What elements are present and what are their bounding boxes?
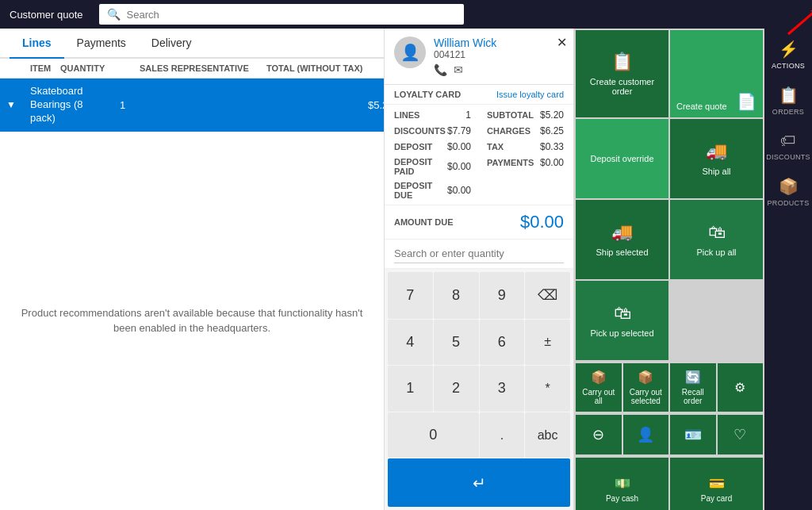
icon-tile-1[interactable]: ⊖ bbox=[576, 415, 622, 454]
right-panel: 📋 Create customer order Create quote 📄 D… bbox=[574, 29, 764, 510]
sidebar-item-actions[interactable]: ⚡ ACTIONS bbox=[764, 32, 812, 78]
tile-pay-cash[interactable]: 💵 Pay cash bbox=[576, 458, 668, 510]
numpad-4[interactable]: 4 bbox=[388, 320, 433, 366]
pay-tiles-row: 💵 Pay cash 💳 Pay card bbox=[574, 456, 764, 510]
pay-card-label: Pay card bbox=[701, 494, 732, 503]
summary-discounts: DISCOUNTS $7.79 bbox=[394, 124, 471, 138]
table-row[interactable]: ▼ Skateboard Bearings (8 pack) 1 $5.20 bbox=[0, 79, 384, 132]
numpad-9[interactable]: 9 bbox=[480, 272, 525, 319]
tile-create-quote[interactable]: Create quote 📄 bbox=[670, 30, 763, 117]
top-bar: Customer quote 🔍 bbox=[0, 0, 812, 29]
summary-payments: PAYMENTS $0.00 bbox=[487, 155, 564, 170]
numpad-0[interactable]: 0 bbox=[388, 412, 479, 458]
tab-delivery[interactable]: Delivery bbox=[139, 29, 205, 59]
actions-icon: ⚡ bbox=[779, 40, 799, 59]
tile-pick-up-all[interactable]: 🛍 Pick up all bbox=[670, 200, 763, 279]
icon-tile-2-icon: 👤 bbox=[637, 426, 654, 443]
products-label: PRODUCTS bbox=[768, 199, 810, 207]
row-expand-icon[interactable]: ▼ bbox=[6, 99, 30, 110]
discounts-label: DISCOUNTS bbox=[766, 153, 810, 161]
numpad-enter[interactable]: ↵ bbox=[388, 458, 570, 507]
summary-charges: CHARGES $6.25 bbox=[487, 124, 564, 138]
tile-ship-selected[interactable]: 🚚 Ship selected bbox=[576, 200, 668, 279]
tile-ship-all[interactable]: 🚚 Ship all bbox=[670, 119, 763, 198]
summary-tax: TAX $0.33 bbox=[487, 140, 564, 154]
search-bar[interactable]: 🔍 bbox=[99, 4, 464, 25]
icon-tile-2[interactable]: 👤 bbox=[623, 415, 669, 454]
icon-tile-1-icon: ⊖ bbox=[592, 426, 604, 443]
create-quote-label: Create quote bbox=[676, 102, 727, 111]
deposit-override-label: Deposit override bbox=[590, 154, 653, 163]
orders-label: ORDERS bbox=[772, 108, 804, 116]
customer-info: 👤 William Wick 004121 📞 ✉ ✕ bbox=[385, 29, 573, 85]
numpad-6[interactable]: 6 bbox=[480, 320, 525, 366]
ship-all-icon: 🚚 bbox=[706, 141, 727, 162]
icon-tile-4[interactable]: ♡ bbox=[718, 415, 764, 454]
create-customer-order-label: Create customer order bbox=[582, 77, 662, 96]
qty-search-input[interactable] bbox=[394, 244, 564, 263]
summary-deposit: DEPOSIT $0.00 bbox=[394, 140, 471, 154]
numpad-1[interactable]: 1 bbox=[388, 366, 433, 412]
phone-icon: 📞 bbox=[434, 63, 447, 76]
tabs: Lines Payments Delivery bbox=[0, 29, 384, 59]
customer-details: William Wick 004121 📞 ✉ bbox=[434, 36, 564, 76]
tile-pick-up-selected[interactable]: 🛍 Pick up selected bbox=[576, 281, 668, 360]
customer-name[interactable]: William Wick bbox=[434, 36, 564, 49]
numpad-7[interactable]: 7 bbox=[388, 272, 433, 319]
sidebar-item-discounts[interactable]: 🏷 DISCOUNTS bbox=[764, 124, 812, 169]
amount-due-label: AMOUNT DUE bbox=[394, 217, 454, 227]
close-customer-button[interactable]: ✕ bbox=[557, 35, 567, 50]
actions-label: ACTIONS bbox=[772, 62, 805, 70]
numpad-abc[interactable]: abc bbox=[525, 412, 570, 458]
col-sales-rep: SALES REPRESENTATIVE bbox=[140, 63, 266, 73]
tile-deposit-override[interactable]: Deposit override bbox=[576, 119, 668, 198]
numpad-3[interactable]: 3 bbox=[480, 366, 525, 412]
pay-cash-label: Pay cash bbox=[606, 494, 638, 503]
numpad-2[interactable]: 2 bbox=[434, 366, 479, 412]
summary-deposit-paid: DEPOSIT PAID $0.00 bbox=[394, 155, 471, 178]
summary-right: SUBTOTAL $5.20 CHARGES $6.25 TAX $0.33 P… bbox=[487, 108, 564, 201]
avatar: 👤 bbox=[394, 36, 426, 68]
icon-sidebar: ⚡ ACTIONS 📋 ORDERS 🏷 DISCOUNTS 📦 PRODUCT… bbox=[764, 29, 812, 510]
col-total: TOTAL (WITHOUT TAX) bbox=[266, 63, 377, 73]
tile-create-customer-order[interactable]: 📋 Create customer order bbox=[576, 30, 668, 117]
tile-pay-card[interactable]: 💳 Pay card bbox=[670, 458, 763, 510]
summary-lines: LINES 1 bbox=[394, 108, 471, 122]
sidebar-item-orders[interactable]: 📋 ORDERS bbox=[764, 78, 812, 124]
col-quantity: QUANTITY bbox=[60, 63, 140, 73]
search-input[interactable] bbox=[127, 9, 456, 21]
pick-up-selected-icon: 🛍 bbox=[614, 303, 631, 324]
issue-loyalty-card-link[interactable]: Issue loyalty card bbox=[496, 90, 564, 99]
summary-section: LINES 1 DISCOUNTS $7.79 DEPOSIT $0.00 DE… bbox=[385, 105, 573, 205]
tab-lines[interactable]: Lines bbox=[10, 29, 64, 59]
tile-carry-out-selected[interactable]: 📦 Carry out selected bbox=[623, 363, 669, 412]
tile-extra-action[interactable]: ⚙ bbox=[718, 363, 764, 412]
recall-order-label: Recall order bbox=[673, 388, 713, 405]
tab-payments[interactable]: Payments bbox=[64, 29, 139, 59]
numpad-8[interactable]: 8 bbox=[434, 272, 479, 319]
numpad-dot[interactable]: . bbox=[480, 412, 525, 458]
pick-up-selected-label: Pick up selected bbox=[590, 328, 653, 338]
loyalty-row: LOYALTY CARD Issue loyalty card bbox=[385, 85, 573, 105]
numpad-5[interactable]: 5 bbox=[434, 320, 479, 366]
carry-out-all-icon: 📦 bbox=[591, 370, 607, 385]
sidebar-item-products[interactable]: 📦 PRODUCTS bbox=[764, 169, 812, 215]
numpad-asterisk[interactable]: * bbox=[525, 366, 570, 412]
tile-carry-out-all[interactable]: 📦 Carry out all bbox=[576, 363, 622, 412]
main-layout: Lines Payments Delivery ITEM QUANTITY SA… bbox=[0, 29, 812, 510]
icon-tile-3[interactable]: 🪪 bbox=[670, 415, 716, 454]
action-tiles-grid: 📋 Create customer order Create quote 📄 D… bbox=[574, 29, 764, 362]
numpad-plusminus[interactable]: ± bbox=[525, 320, 570, 366]
numpad-backspace[interactable]: ⌫ bbox=[525, 272, 570, 319]
carry-out-selected-icon: 📦 bbox=[638, 370, 653, 385]
center-panel: 👤 William Wick 004121 📞 ✉ ✕ LOYALTY CARD… bbox=[384, 29, 574, 510]
customer-id: 004121 bbox=[434, 49, 564, 60]
amount-due: AMOUNT DUE $0.00 bbox=[385, 205, 573, 240]
qty-search[interactable] bbox=[385, 240, 573, 269]
extra-action-icon: ⚙ bbox=[734, 380, 745, 395]
tile-recall-order[interactable]: 🔄 Recall order bbox=[670, 363, 716, 412]
app-title: Customer quote bbox=[10, 9, 83, 21]
pay-card-icon: 💳 bbox=[709, 476, 725, 491]
ship-selected-icon: 🚚 bbox=[611, 222, 633, 243]
search-icon: 🔍 bbox=[107, 8, 121, 21]
